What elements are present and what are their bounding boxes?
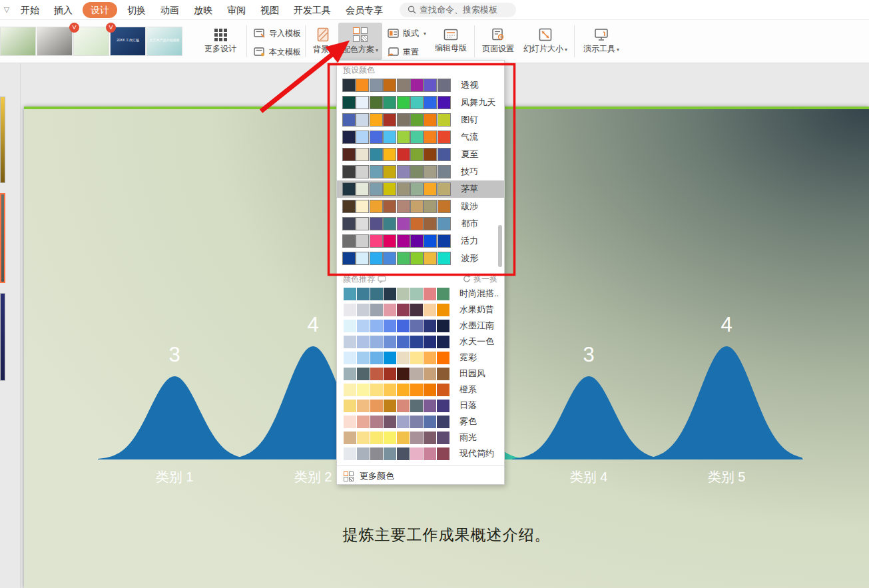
color-swatch[interactable] [424,288,436,300]
preset-scheme-row-跋涉[interactable]: 跋涉 [337,198,504,215]
color-swatch[interactable] [397,252,410,265]
color-swatch[interactable] [383,79,396,92]
color-swatch[interactable] [384,400,396,412]
design-template-thumbnail[interactable]: V [73,27,109,56]
color-swatch[interactable] [384,447,396,460]
color-swatch[interactable] [397,352,410,364]
color-swatch[interactable] [397,200,410,213]
import-template-button[interactable]: 导入模板 [254,25,301,41]
design-template-thumbnail[interactable] [0,27,36,56]
color-swatch[interactable] [397,336,410,348]
color-swatch[interactable] [397,96,410,109]
preset-scheme-row-夏至[interactable]: 夏至 [337,146,504,163]
color-swatch[interactable] [410,432,423,444]
slide-size-button[interactable]: 幻灯片大小▾ [519,23,571,60]
color-swatch[interactable] [370,252,383,265]
more-design-button[interactable]: 更多设计 [200,23,241,60]
color-swatch[interactable] [344,400,356,412]
color-swatch[interactable] [410,79,424,92]
color-swatch[interactable] [410,113,424,127]
color-swatch[interactable] [370,400,383,412]
color-swatch[interactable] [437,384,449,396]
color-swatch[interactable] [424,234,437,248]
color-swatch[interactable] [370,416,383,428]
color-swatch[interactable] [410,165,424,178]
color-swatch[interactable] [397,432,410,444]
color-swatch[interactable] [424,400,436,412]
color-swatch[interactable] [410,352,423,364]
color-swatch[interactable] [397,447,410,460]
color-swatch[interactable] [370,165,383,178]
color-swatch[interactable] [370,447,383,460]
color-swatch[interactable] [357,447,370,460]
color-swatch[interactable] [370,131,383,144]
color-swatch[interactable] [357,416,370,428]
menu-tab-会员专享[interactable]: 会员专享 [338,0,390,20]
recommend-scheme-row-水果奶昔[interactable]: 水果奶昔 [337,302,504,318]
color-swatch[interactable] [410,384,423,396]
color-swatch[interactable] [344,384,356,396]
color-swatch[interactable] [424,131,437,144]
color-swatch[interactable] [424,320,436,332]
color-swatch[interactable] [356,79,369,92]
color-swatch[interactable] [397,288,410,300]
preset-scheme-row-茅草[interactable]: 茅草 [337,180,504,198]
color-swatch[interactable] [437,400,449,412]
color-swatch[interactable] [357,288,370,300]
slide-thumbnail-strip[interactable] [0,97,5,183]
color-swatch[interactable] [437,217,451,230]
recommend-scheme-row-水天一色[interactable]: 水天一色 [337,334,504,350]
color-swatch[interactable] [342,79,356,92]
color-swatch[interactable] [370,432,383,444]
color-swatch[interactable] [410,416,423,428]
color-swatch[interactable] [437,320,449,332]
color-swatch[interactable] [370,352,383,364]
preset-scheme-row-都市[interactable]: 都市 [337,215,504,232]
recommend-scheme-row-雾色[interactable]: 雾色 [337,414,504,430]
color-swatch[interactable] [342,113,356,127]
color-swatch[interactable] [370,148,383,161]
color-swatch[interactable] [383,131,396,144]
presentation-tools-button[interactable]: 演示工具▾ [578,23,625,60]
color-swatch[interactable] [397,217,410,230]
color-swatch[interactable] [370,368,383,380]
color-swatch[interactable] [437,336,449,348]
color-swatch[interactable] [384,304,396,316]
color-swatch[interactable] [424,113,437,127]
color-swatch[interactable] [370,79,383,92]
color-swatch[interactable] [424,148,437,161]
color-swatch[interactable] [356,200,369,213]
color-swatch[interactable] [437,200,451,213]
slide-caption-textbox[interactable]: 提炼主要工作成果概述介绍。 [24,525,869,545]
color-swatch[interactable] [384,368,396,380]
recommend-scheme-row-水墨江南[interactable]: 水墨江南 [337,318,504,334]
color-swatch[interactable] [397,304,410,316]
color-swatch[interactable] [356,182,369,196]
color-swatch[interactable] [344,336,356,348]
menu-tab-切换[interactable]: 切换 [120,0,153,20]
recommend-scheme-row-霓彩[interactable]: 霓彩 [337,350,504,366]
background-button[interactable]: 背景▾ [308,23,338,60]
color-swatch[interactable] [437,148,451,161]
preset-scheme-row-图钉[interactable]: 图钉 [337,111,504,129]
color-swatch[interactable] [384,336,396,348]
color-swatch[interactable] [357,368,370,380]
color-swatch[interactable] [397,384,410,396]
edit-master-button[interactable]: 编辑母版 [430,23,472,60]
slide-thumbnail-strip[interactable] [0,293,5,381]
color-swatch[interactable] [370,384,383,396]
menu-tab-放映[interactable]: 放映 [186,0,220,20]
color-swatch[interactable] [383,252,396,265]
color-swatch[interactable] [410,148,424,161]
recommend-scheme-row-雨光[interactable]: 雨光 [337,430,504,445]
color-swatch[interactable] [357,336,370,348]
preset-scheme-row-活力[interactable]: 活力 [337,232,504,250]
color-swatch[interactable] [344,288,356,300]
color-swatch[interactable] [397,148,410,161]
color-swatch[interactable] [370,234,383,248]
color-swatch[interactable] [357,352,370,364]
color-swatch[interactable] [370,113,383,127]
color-swatch[interactable] [410,288,423,300]
color-swatch[interactable] [383,182,396,196]
color-swatch[interactable] [410,304,423,316]
